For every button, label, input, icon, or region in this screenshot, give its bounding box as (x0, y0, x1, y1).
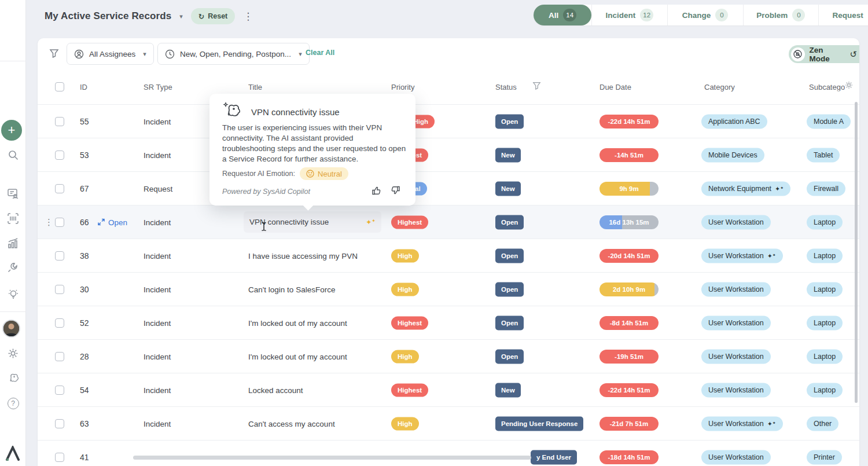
table-row[interactable]: 28 Incident I'm locked out of my account… (38, 339, 859, 373)
table-row[interactable]: 54 Incident Locked account Highest New -… (38, 373, 859, 406)
col-status[interactable]: Status (495, 83, 517, 91)
row-checkbox[interactable] (55, 352, 64, 361)
row-checkbox[interactable] (55, 251, 64, 260)
due-date-badge: -14h 51m (599, 148, 659, 162)
tools-icon[interactable] (0, 262, 26, 274)
vertical-scrollbar[interactable] (855, 102, 858, 403)
col-category[interactable]: Category (704, 83, 735, 91)
row-kebab-menu[interactable]: ⋮ (45, 217, 53, 228)
row-sr-type: Incident (144, 251, 171, 260)
idea-lightbulb-icon[interactable] (0, 288, 26, 300)
sidebar-divider (0, 61, 26, 61)
settings-gear-icon[interactable] (0, 347, 26, 359)
row-checkbox[interactable] (55, 318, 64, 328)
row-title[interactable]: I have issue accessing my PVN (248, 251, 358, 260)
row-id: 38 (80, 251, 89, 260)
tab-request[interactable]: Request2 (818, 5, 868, 25)
row-checkbox[interactable] (55, 218, 64, 227)
table-row[interactable]: 38 Incident I have issue accessing my PV… (38, 238, 859, 272)
row-title[interactable]: Can't access my account (248, 419, 335, 428)
table-row[interactable]: 30 Incident Can't login to SalesForce Hi… (38, 272, 859, 306)
due-date-badge: 2d 10h 9m (599, 282, 659, 296)
table-row-hovered[interactable]: ⋮ 66 Open Incident VPN connectivity issu… (38, 205, 859, 238)
row-checkbox[interactable] (55, 117, 64, 126)
user-avatar[interactable] (2, 320, 20, 337)
reset-button[interactable]: ↻ Reset (191, 8, 236, 24)
due-date-badge: -20d 14h 51m (599, 249, 659, 263)
row-checkbox[interactable] (55, 453, 64, 462)
row-id: 53 (80, 151, 89, 160)
category-tag: User Workstation (701, 282, 771, 296)
header-kebab-menu[interactable]: ⋮ (243, 10, 253, 23)
status-column-filter-icon[interactable] (532, 81, 541, 91)
zen-refresh-icon[interactable]: ↺ (849, 49, 857, 60)
powered-by-label: Powered by SysAid Copilot (222, 188, 310, 196)
category-tag: User Workstation (701, 215, 771, 229)
row-sr-type: Incident (144, 419, 171, 428)
col-sr-type[interactable]: SR Type (144, 83, 172, 91)
column-settings-gear-icon[interactable] (844, 80, 854, 91)
filter-bar: All Assignees ▾ New, Open, Pending, Post… (38, 43, 859, 65)
row-checkbox[interactable] (55, 184, 64, 193)
row-title[interactable]: Locked account (248, 386, 303, 394)
status-badge: Open (495, 114, 524, 129)
col-subcategory[interactable]: Subcategory (809, 83, 845, 91)
new-record-button[interactable]: + (1, 120, 22, 141)
status-filter-dropdown[interactable]: New, Open, Pending, Postpon... ▾ (157, 43, 310, 65)
expand-icon (98, 219, 105, 226)
select-all-checkbox[interactable] (55, 82, 64, 91)
thumbs-down-button[interactable] (390, 185, 400, 198)
table-row[interactable]: 55 Incident Very High Open -22d 14h 51m … (38, 104, 859, 138)
analytics-icon[interactable] (0, 237, 26, 249)
assignee-filter-dropdown[interactable]: All Assignees ▾ (67, 43, 154, 65)
page-title: My Active Service Records (45, 10, 171, 22)
row-title[interactable]: I'm locked out of my account (248, 352, 347, 361)
table-row[interactable]: 41 y End User -18d 14h 51m User Workstat… (38, 440, 859, 466)
category-tag: User Workstation (701, 315, 771, 330)
row-id: 67 (80, 184, 89, 193)
barcode-scan-icon[interactable] (0, 212, 26, 225)
horizontal-scrollbar[interactable] (133, 456, 531, 460)
ai-sparkle-gold-icon[interactable]: ✦✦ (366, 219, 376, 226)
subcategory-tag: Laptop (807, 248, 843, 263)
announcements-icon[interactable] (0, 188, 26, 200)
row-title[interactable]: Can't login to SalesForce (248, 285, 335, 293)
filter-funnel-icon[interactable] (49, 48, 59, 60)
col-title[interactable]: Title (248, 83, 262, 91)
tab-all[interactable]: All14 (534, 5, 591, 25)
row-sr-type: Incident (144, 117, 171, 126)
row-checkbox[interactable] (55, 419, 64, 428)
copilot-mascot-icon (221, 101, 242, 123)
priority-badge: Highest (391, 383, 428, 397)
row-id: 54 (80, 386, 89, 395)
status-badge: Open (495, 349, 524, 364)
col-id[interactable]: ID (80, 83, 87, 91)
table-row[interactable]: 63 Incident Can't access my account High… (38, 406, 859, 440)
copilot-mascot-icon[interactable] (0, 372, 26, 385)
col-priority[interactable]: Priority (391, 83, 414, 91)
row-checkbox[interactable] (55, 386, 64, 395)
row-id: 52 (80, 318, 89, 328)
table-header: ID SR Type Title Priority Status Due Dat… (38, 76, 859, 97)
tab-change[interactable]: Change0 (667, 5, 743, 25)
table-row[interactable]: 52 Incident I'm locked out of my account… (38, 306, 859, 339)
row-checkbox[interactable] (55, 151, 64, 160)
tab-incident[interactable]: Incident12 (591, 5, 667, 25)
chevron-down-icon: ▾ (143, 50, 146, 58)
row-title[interactable]: I'm locked out of my account (248, 318, 347, 327)
tab-problem[interactable]: Problem0 (743, 5, 819, 25)
row-checkbox[interactable] (55, 285, 64, 294)
table-row[interactable]: 53 Incident Highest New -14h 51m Mobile … (38, 138, 859, 171)
ai-sparkle-icon: ✦✦ (775, 185, 784, 192)
row-id: 28 (80, 352, 89, 361)
view-dropdown-chevron-icon[interactable]: ▾ (179, 13, 183, 20)
open-record-link[interactable]: Open (98, 218, 127, 226)
sysaid-logo (5, 446, 21, 463)
clear-all-button[interactable]: Clear All (306, 49, 334, 57)
help-icon[interactable]: ? (0, 398, 26, 409)
table-row[interactable]: 67 Request Normal New 9h 9m Network Equi… (38, 171, 859, 205)
zen-mode-toggle[interactable]: Zen Mode ↺ (789, 45, 859, 63)
thumbs-up-button[interactable] (372, 185, 382, 198)
col-due-date[interactable]: Due Date (599, 83, 631, 91)
search-icon[interactable] (0, 149, 26, 161)
